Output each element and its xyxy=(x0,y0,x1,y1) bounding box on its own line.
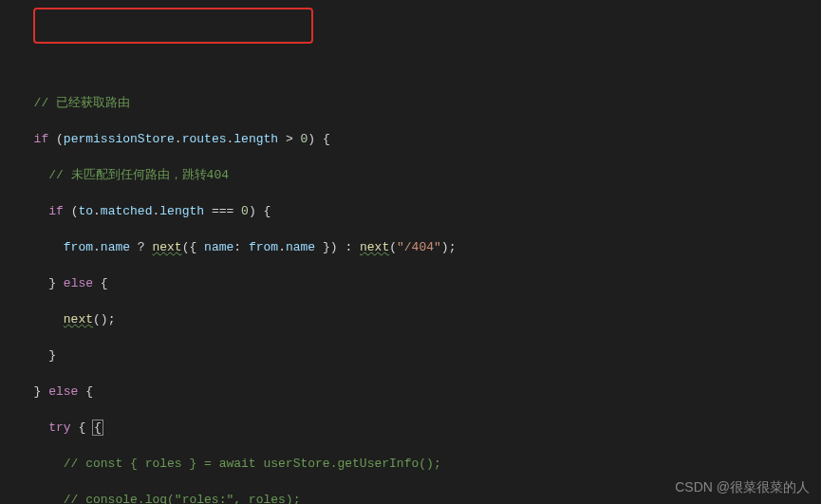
code-line: try { { xyxy=(0,419,821,437)
code-line: from.name ? next({ name: from.name }) : … xyxy=(0,238,821,256)
code-editor[interactable]: // 已经获取路由 if (permissionStore.routes.len… xyxy=(0,76,821,504)
code-line: } else { xyxy=(0,383,821,401)
code-line: } xyxy=(0,346,821,364)
code-line: if (permissionStore.routes.length > 0) { xyxy=(0,130,821,148)
code-line: // const { roles } = await userStore.get… xyxy=(0,455,821,473)
code-line: // 已经获取路由 xyxy=(0,94,821,112)
code-line: if (to.matched.length === 0) { xyxy=(0,202,821,220)
code-line: } else { xyxy=(0,274,821,292)
code-line: next(); xyxy=(0,310,821,328)
watermark: CSDN @很菜很菜的人 xyxy=(675,478,810,496)
code-line: // 未匹配到任何路由，跳转404 xyxy=(0,166,821,184)
highlight-annotation xyxy=(33,8,313,44)
